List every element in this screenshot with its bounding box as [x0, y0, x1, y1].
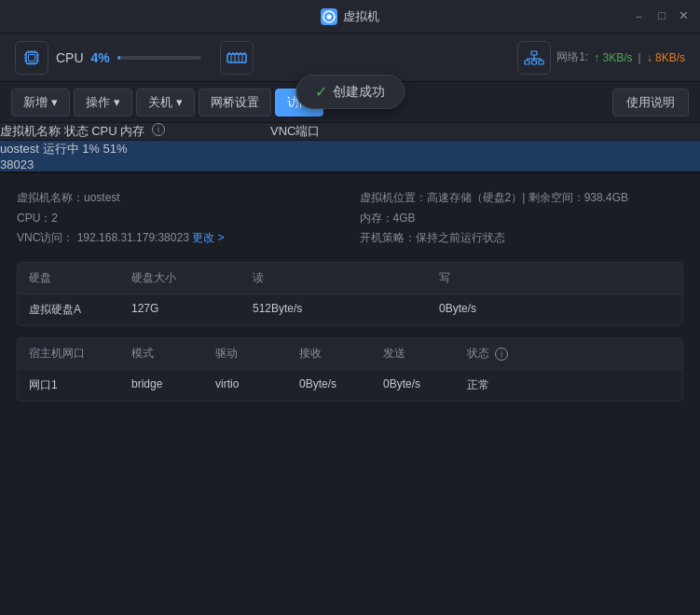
net-col-send: 发送	[372, 338, 456, 369]
disk-col-name: 硬盘	[18, 263, 120, 294]
cpu-value: 4%	[91, 50, 110, 65]
help-label: 使用说明	[626, 95, 675, 109]
statusbar: CPU 4% ✓ 创建成功	[0, 34, 700, 82]
vnc-label: VNC访问：	[17, 231, 74, 244]
network-table-header: 宿主机网口 模式 驱动 接收 发送 状态 i	[18, 338, 682, 370]
disk-write-val: 0Byte/s	[428, 294, 682, 325]
location-val: 高速存储（硬盘2）| 剩余空间：938.4GB	[427, 191, 629, 204]
minimize-button[interactable]: －	[633, 8, 645, 25]
vm-name-label: 虚拟机名称：	[17, 191, 84, 204]
info-cpu: CPU：2	[17, 209, 341, 229]
app-icon	[321, 8, 337, 25]
app-title: 虚拟机	[343, 8, 379, 25]
info-panel: 虚拟机名称：uostest CPU：2 VNC访问： 192.168.31.17…	[0, 172, 700, 615]
disk-col-size: 硬盘大小	[120, 263, 241, 294]
memory-info-val: 4GB	[393, 212, 416, 225]
net-col-port: 宿主机网口	[18, 338, 120, 369]
location-label: 虚拟机位置：	[360, 191, 427, 204]
info-grid: 虚拟机名称：uostest CPU：2 VNC访问： 192.168.31.17…	[17, 188, 683, 249]
toast-text: 创建成功	[333, 84, 385, 101]
net-port-val: 网口1	[18, 370, 120, 401]
memory-info-icon: i	[152, 123, 165, 136]
net-col-recv: 接收	[288, 338, 372, 369]
info-vm-name: 虚拟机名称：uostest	[17, 188, 341, 209]
network-settings-button[interactable]: 网桥设置	[199, 89, 271, 116]
vnc-value: 192.168.31.179:38023	[77, 231, 189, 244]
cpu-bar-fill	[117, 56, 121, 60]
svg-rect-26	[531, 51, 537, 55]
svg-rect-3	[29, 54, 35, 61]
vm-name-val: uostest	[84, 191, 120, 204]
info-left: 虚拟机名称：uostest CPU：2 VNC访问： 192.168.31.17…	[17, 188, 341, 249]
maximize-button[interactable]: □	[658, 8, 666, 25]
ops-button[interactable]: 操作 ▾	[74, 89, 132, 116]
window-controls: － □ ✕	[633, 8, 689, 25]
toast-notification: ✓ 创建成功	[295, 75, 405, 109]
net-col-driver: 驱动	[204, 338, 288, 369]
disk-size-val: 127G	[120, 294, 241, 325]
network-settings-label: 网桥设置	[211, 94, 259, 111]
main-content: 虚拟机名称 状态 CPU 内存 i VNC端口 uostest 运行中 1% 5…	[0, 123, 700, 615]
memory-info-label: 内存：	[360, 212, 393, 225]
network-label: 网络1:	[556, 49, 588, 65]
disk-table: 硬盘 硬盘大小 读 写 虚拟硬盘A 127G 512Byte/s 0Byte/s	[17, 262, 683, 326]
cpu-label: CPU	[56, 50, 84, 65]
new-button[interactable]: 新增 ▾	[11, 89, 70, 116]
net-mode-val: bridge	[120, 370, 204, 401]
boot-label: 开机策略：	[360, 231, 416, 244]
vm-table: 虚拟机名称 状态 CPU 内存 i VNC端口 uostest 运行中 1% 5…	[0, 123, 700, 172]
shutdown-button[interactable]: 关机 ▾	[136, 89, 195, 116]
ram-status	[220, 41, 254, 75]
cpu-info-val: 2	[51, 212, 58, 225]
info-memory: 内存：4GB	[360, 209, 684, 229]
boot-val: 保持之前运行状态	[416, 231, 505, 244]
new-chevron-icon: ▾	[51, 95, 58, 109]
new-label: 新增	[23, 94, 48, 111]
vnc-change-link[interactable]: 更改 >	[192, 231, 224, 244]
close-button[interactable]: ✕	[679, 8, 689, 25]
toast-check-icon: ✓	[315, 83, 327, 101]
titlebar-title: 虚拟机	[321, 8, 379, 25]
cpu-icon-box	[15, 41, 48, 75]
network-table-row: 网口1 bridge virtio 0Byte/s 0Byte/s 正常	[18, 370, 682, 401]
cpu-status: CPU 4%	[15, 41, 201, 75]
help-button[interactable]: 使用说明	[612, 89, 689, 116]
network-up: ↑ 3KB/s	[594, 51, 632, 64]
ops-label: 操作	[86, 94, 110, 111]
info-vnc: VNC访问： 192.168.31.179:38023 更改 >	[17, 228, 341, 249]
disk-name-val: 虚拟硬盘A	[18, 294, 120, 325]
network-sep: |	[638, 51, 641, 64]
info-boot: 开机策略：保持之前运行状态	[360, 228, 684, 249]
network-table: 宿主机网口 模式 驱动 接收 发送 状态 i 网口1 bridge virtio…	[17, 337, 683, 402]
net-send-val: 0Byte/s	[372, 370, 456, 401]
cpu-bar-track	[117, 56, 201, 60]
ops-chevron-icon: ▾	[114, 95, 120, 109]
svg-rect-27	[525, 61, 529, 64]
network-status: 网络1: ↑ 3KB/s | ↓ 8KB/s	[517, 41, 685, 75]
net-recv-val: 0Byte/s	[288, 370, 372, 401]
cpu-info-label: CPU：	[17, 212, 51, 225]
disk-table-row: 虚拟硬盘A 127G 512Byte/s 0Byte/s	[18, 294, 682, 325]
net-col-mode: 模式	[120, 338, 204, 369]
info-location: 虚拟机位置：高速存储（硬盘2）| 剩余空间：938.4GB	[360, 188, 684, 209]
vm-table-header: 虚拟机名称 状态 CPU 内存 i VNC端口	[0, 123, 700, 141]
svg-rect-29	[539, 61, 543, 64]
disk-col-write: 写	[428, 263, 682, 294]
titlebar: 虚拟机 － □ ✕	[0, 0, 700, 34]
network-down: ↓ 8KB/s	[647, 51, 685, 64]
vm-table-row[interactable]: uostest 运行中 1% 51% 38023	[0, 141, 700, 172]
shutdown-label: 关机	[148, 94, 172, 111]
info-right: 虚拟机位置：高速存储（硬盘2）| 剩余空间：938.4GB 内存：4GB 开机策…	[360, 188, 684, 249]
net-status-val: 正常	[456, 370, 682, 401]
svg-rect-28	[532, 61, 537, 64]
disk-read-val: 512Byte/s	[241, 294, 428, 325]
net-driver-val: virtio	[204, 370, 288, 401]
net-col-status: 状态 i	[456, 338, 682, 369]
shutdown-chevron-icon: ▾	[176, 95, 183, 109]
svg-rect-2	[26, 52, 37, 63]
ram-icon-box	[220, 41, 254, 75]
svg-point-1	[327, 14, 332, 19]
disk-table-header: 硬盘 硬盘大小 读 写	[18, 263, 682, 294]
network-icon-box	[517, 41, 551, 75]
disk-col-read: 读	[241, 263, 428, 294]
